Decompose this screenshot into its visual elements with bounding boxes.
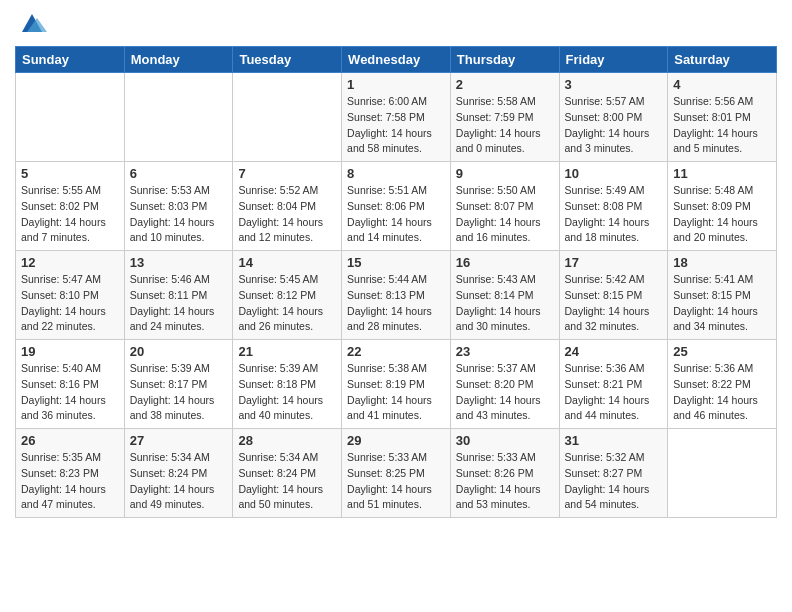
day-info: Sunrise: 5:37 AM Sunset: 8:20 PM Dayligh… [456, 361, 554, 424]
day-info: Sunrise: 5:32 AM Sunset: 8:27 PM Dayligh… [565, 450, 663, 513]
calendar-cell: 19Sunrise: 5:40 AM Sunset: 8:16 PM Dayli… [16, 340, 125, 429]
day-number: 28 [238, 433, 336, 448]
calendar-cell [233, 73, 342, 162]
day-info: Sunrise: 5:36 AM Sunset: 8:22 PM Dayligh… [673, 361, 771, 424]
day-number: 22 [347, 344, 445, 359]
calendar-cell: 30Sunrise: 5:33 AM Sunset: 8:26 PM Dayli… [450, 429, 559, 518]
logo-icon [17, 10, 47, 38]
calendar-cell: 3Sunrise: 5:57 AM Sunset: 8:00 PM Daylig… [559, 73, 668, 162]
day-info: Sunrise: 5:51 AM Sunset: 8:06 PM Dayligh… [347, 183, 445, 246]
day-number: 30 [456, 433, 554, 448]
calendar-cell: 23Sunrise: 5:37 AM Sunset: 8:20 PM Dayli… [450, 340, 559, 429]
day-info: Sunrise: 5:53 AM Sunset: 8:03 PM Dayligh… [130, 183, 228, 246]
calendar-cell: 31Sunrise: 5:32 AM Sunset: 8:27 PM Dayli… [559, 429, 668, 518]
day-number: 20 [130, 344, 228, 359]
day-info: Sunrise: 5:49 AM Sunset: 8:08 PM Dayligh… [565, 183, 663, 246]
weekday-header: Sunday [16, 47, 125, 73]
day-info: Sunrise: 5:36 AM Sunset: 8:21 PM Dayligh… [565, 361, 663, 424]
calendar-cell: 18Sunrise: 5:41 AM Sunset: 8:15 PM Dayli… [668, 251, 777, 340]
day-info: Sunrise: 5:42 AM Sunset: 8:15 PM Dayligh… [565, 272, 663, 335]
calendar-week-row: 26Sunrise: 5:35 AM Sunset: 8:23 PM Dayli… [16, 429, 777, 518]
day-info: Sunrise: 5:41 AM Sunset: 8:15 PM Dayligh… [673, 272, 771, 335]
day-number: 19 [21, 344, 119, 359]
calendar-cell: 24Sunrise: 5:36 AM Sunset: 8:21 PM Dayli… [559, 340, 668, 429]
calendar-cell: 21Sunrise: 5:39 AM Sunset: 8:18 PM Dayli… [233, 340, 342, 429]
calendar-cell: 7Sunrise: 5:52 AM Sunset: 8:04 PM Daylig… [233, 162, 342, 251]
day-info: Sunrise: 5:55 AM Sunset: 8:02 PM Dayligh… [21, 183, 119, 246]
weekday-header: Saturday [668, 47, 777, 73]
day-number: 25 [673, 344, 771, 359]
page: SundayMondayTuesdayWednesdayThursdayFrid… [0, 0, 792, 533]
calendar-cell: 6Sunrise: 5:53 AM Sunset: 8:03 PM Daylig… [124, 162, 233, 251]
weekday-header: Thursday [450, 47, 559, 73]
weekday-header-row: SundayMondayTuesdayWednesdayThursdayFrid… [16, 47, 777, 73]
day-info: Sunrise: 5:38 AM Sunset: 8:19 PM Dayligh… [347, 361, 445, 424]
calendar-cell [124, 73, 233, 162]
calendar-cell: 28Sunrise: 5:34 AM Sunset: 8:24 PM Dayli… [233, 429, 342, 518]
day-info: Sunrise: 5:39 AM Sunset: 8:18 PM Dayligh… [238, 361, 336, 424]
calendar-cell: 9Sunrise: 5:50 AM Sunset: 8:07 PM Daylig… [450, 162, 559, 251]
day-number: 6 [130, 166, 228, 181]
day-info: Sunrise: 5:50 AM Sunset: 8:07 PM Dayligh… [456, 183, 554, 246]
calendar-cell: 12Sunrise: 5:47 AM Sunset: 8:10 PM Dayli… [16, 251, 125, 340]
calendar-cell: 10Sunrise: 5:49 AM Sunset: 8:08 PM Dayli… [559, 162, 668, 251]
day-info: Sunrise: 5:48 AM Sunset: 8:09 PM Dayligh… [673, 183, 771, 246]
calendar-week-row: 19Sunrise: 5:40 AM Sunset: 8:16 PM Dayli… [16, 340, 777, 429]
weekday-header: Wednesday [342, 47, 451, 73]
calendar-cell [16, 73, 125, 162]
day-info: Sunrise: 5:33 AM Sunset: 8:26 PM Dayligh… [456, 450, 554, 513]
day-info: Sunrise: 5:34 AM Sunset: 8:24 PM Dayligh… [238, 450, 336, 513]
day-number: 14 [238, 255, 336, 270]
day-info: Sunrise: 5:40 AM Sunset: 8:16 PM Dayligh… [21, 361, 119, 424]
calendar-cell: 17Sunrise: 5:42 AM Sunset: 8:15 PM Dayli… [559, 251, 668, 340]
calendar-week-row: 12Sunrise: 5:47 AM Sunset: 8:10 PM Dayli… [16, 251, 777, 340]
calendar-cell [668, 429, 777, 518]
day-number: 16 [456, 255, 554, 270]
calendar-cell: 14Sunrise: 5:45 AM Sunset: 8:12 PM Dayli… [233, 251, 342, 340]
day-number: 29 [347, 433, 445, 448]
day-number: 5 [21, 166, 119, 181]
day-number: 18 [673, 255, 771, 270]
calendar-cell: 25Sunrise: 5:36 AM Sunset: 8:22 PM Dayli… [668, 340, 777, 429]
day-number: 10 [565, 166, 663, 181]
day-number: 11 [673, 166, 771, 181]
day-info: Sunrise: 5:39 AM Sunset: 8:17 PM Dayligh… [130, 361, 228, 424]
header [15, 10, 777, 38]
day-number: 7 [238, 166, 336, 181]
day-number: 1 [347, 77, 445, 92]
calendar-cell: 15Sunrise: 5:44 AM Sunset: 8:13 PM Dayli… [342, 251, 451, 340]
calendar-cell: 26Sunrise: 5:35 AM Sunset: 8:23 PM Dayli… [16, 429, 125, 518]
calendar-cell: 11Sunrise: 5:48 AM Sunset: 8:09 PM Dayli… [668, 162, 777, 251]
day-number: 31 [565, 433, 663, 448]
weekday-header: Tuesday [233, 47, 342, 73]
day-info: Sunrise: 5:52 AM Sunset: 8:04 PM Dayligh… [238, 183, 336, 246]
day-number: 17 [565, 255, 663, 270]
day-number: 2 [456, 77, 554, 92]
day-info: Sunrise: 5:33 AM Sunset: 8:25 PM Dayligh… [347, 450, 445, 513]
day-info: Sunrise: 5:45 AM Sunset: 8:12 PM Dayligh… [238, 272, 336, 335]
day-number: 9 [456, 166, 554, 181]
calendar-cell: 29Sunrise: 5:33 AM Sunset: 8:25 PM Dayli… [342, 429, 451, 518]
calendar-cell: 27Sunrise: 5:34 AM Sunset: 8:24 PM Dayli… [124, 429, 233, 518]
calendar-cell: 8Sunrise: 5:51 AM Sunset: 8:06 PM Daylig… [342, 162, 451, 251]
day-number: 4 [673, 77, 771, 92]
calendar-cell: 1Sunrise: 6:00 AM Sunset: 7:58 PM Daylig… [342, 73, 451, 162]
calendar-cell: 22Sunrise: 5:38 AM Sunset: 8:19 PM Dayli… [342, 340, 451, 429]
calendar-cell: 5Sunrise: 5:55 AM Sunset: 8:02 PM Daylig… [16, 162, 125, 251]
day-number: 12 [21, 255, 119, 270]
day-number: 15 [347, 255, 445, 270]
day-number: 26 [21, 433, 119, 448]
day-info: Sunrise: 5:35 AM Sunset: 8:23 PM Dayligh… [21, 450, 119, 513]
day-info: Sunrise: 5:47 AM Sunset: 8:10 PM Dayligh… [21, 272, 119, 335]
day-number: 13 [130, 255, 228, 270]
calendar-cell: 20Sunrise: 5:39 AM Sunset: 8:17 PM Dayli… [124, 340, 233, 429]
day-info: Sunrise: 5:57 AM Sunset: 8:00 PM Dayligh… [565, 94, 663, 157]
day-number: 27 [130, 433, 228, 448]
calendar-table: SundayMondayTuesdayWednesdayThursdayFrid… [15, 46, 777, 518]
calendar-week-row: 5Sunrise: 5:55 AM Sunset: 8:02 PM Daylig… [16, 162, 777, 251]
day-number: 23 [456, 344, 554, 359]
weekday-header: Friday [559, 47, 668, 73]
logo [15, 10, 47, 38]
day-number: 24 [565, 344, 663, 359]
day-info: Sunrise: 5:58 AM Sunset: 7:59 PM Dayligh… [456, 94, 554, 157]
